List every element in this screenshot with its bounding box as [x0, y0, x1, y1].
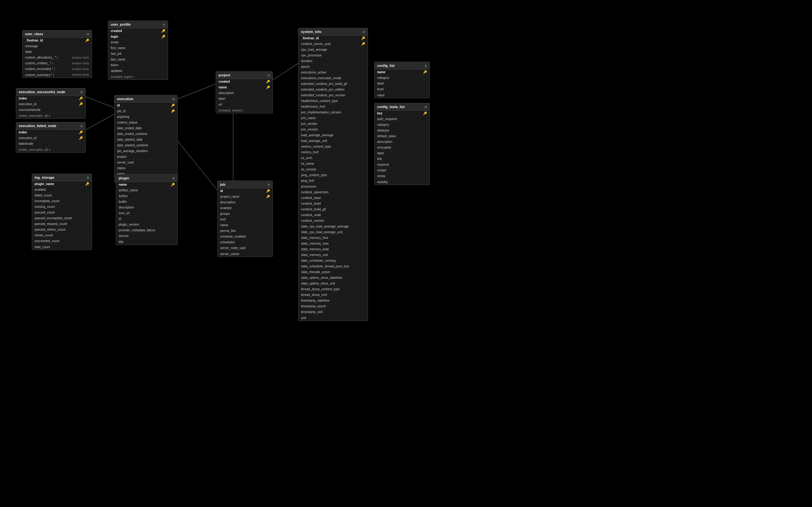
table-row: execution_id 🔑: [16, 135, 85, 141]
field-label: name: [377, 70, 422, 74]
table-row: rundeck_build_git: [299, 207, 368, 212]
field-label: job_id: [117, 109, 170, 113]
table-row: state: [22, 49, 92, 55]
table-row: metrics_href: [299, 150, 368, 155]
table-system-info: system_info ⊞ _fivetran_id 🔑 rundeck_ser…: [298, 28, 368, 321]
table-row: thread_dump_content_type: [299, 286, 368, 292]
table-row: message: [22, 43, 92, 49]
table-row: processors: [299, 184, 368, 189]
table-row: (created, login) ℹ: [108, 74, 168, 79]
table-execution: execution ⊞ id 🔑 job_id 🔑 argstring cust…: [114, 95, 177, 183]
field-label: value: [377, 94, 427, 97]
table-row: epoch: [299, 64, 368, 70]
table-row: queued_retries_count: [32, 227, 92, 233]
table-row: index 🔑: [16, 130, 85, 135]
table-row: description: [216, 90, 272, 96]
field-label: plugin_version: [119, 223, 175, 226]
table-row: first_name: [108, 45, 168, 51]
table-row: href: [217, 217, 272, 222]
table-system-info-header: system_info ⊞: [299, 28, 368, 36]
field-label: stats_memory_max: [301, 242, 365, 245]
table-row: load_average_unit: [299, 138, 368, 144]
table-row: id 🔑: [217, 188, 272, 194]
table-row: visibility: [374, 179, 429, 185]
field-label: thread_dump_content_type: [301, 287, 365, 291]
table-row: custom_allocations_.* ℹ Multiple fields: [22, 55, 92, 60]
field-label: stats_threads_active: [301, 270, 365, 274]
key-icon: 🔑: [266, 86, 270, 89]
fk-icon: 🔑: [266, 195, 270, 199]
field-label: processors: [301, 185, 365, 188]
field-label: index: [19, 97, 78, 100]
field-label: description: [218, 91, 270, 95]
table-row: enabled: [217, 205, 272, 211]
table-row: metrics_content_type: [299, 144, 368, 150]
field-label: extended_rundeck_pro_version: [301, 94, 365, 97]
table-execution-header: execution ⊞: [114, 95, 177, 103]
table-row: rundeck_apiversion: [299, 189, 368, 195]
table-row: default_value: [374, 133, 429, 139]
field-label: index: [19, 130, 78, 134]
key-icon: 🔑: [266, 80, 270, 83]
table-row: rundeck_server_uuid 🔑: [299, 41, 368, 47]
field-label: date_ended_unixtime: [117, 132, 175, 135]
table-row: token: [108, 62, 168, 68]
field-label: stats_uptime_since_unit: [301, 282, 365, 285]
field-label: healthcheck_href: [301, 105, 365, 108]
table-row: builtin: [116, 199, 177, 205]
field-label: queued_count: [35, 211, 89, 214]
table-row: cpu_processor: [299, 53, 368, 58]
table-row: failednode: [16, 141, 85, 147]
field-label: default_value: [377, 134, 427, 138]
key-icon: 🔑: [266, 189, 270, 193]
table-row: encrypted: [374, 145, 429, 151]
table-row: _fivetran_id 🔑: [22, 38, 92, 43]
table-row: category: [374, 122, 429, 128]
table-row: stats_uptime_since_unit: [299, 281, 368, 286]
field-label: incomplete_count: [35, 199, 89, 203]
table-row: server_uuid: [114, 160, 177, 165]
field-label: login: [111, 35, 160, 38]
field-label: description: [119, 206, 175, 209]
field-label: stats_cpu_load_average_unit: [301, 230, 365, 234]
table-row: groups: [217, 211, 272, 217]
field-label: label: [377, 82, 427, 85]
table-config-meta-list-title: config_meta_list: [377, 105, 405, 109]
field-label: jvm_vendor: [301, 122, 365, 125]
table-row: category: [374, 75, 429, 81]
table-row: project_name 🔑: [217, 194, 272, 200]
field-label: category: [377, 123, 427, 126]
field-label: title: [119, 240, 175, 244]
field-label: argstring: [117, 115, 175, 118]
table-row: scheduled: [217, 239, 272, 245]
field-label: custom_summary.* ℹ: [25, 73, 70, 77]
key-icon: 🔑: [85, 182, 89, 186]
field-label: href: [220, 218, 270, 221]
diagram-canvas: user_class ⊞ _fivetran_id 🔑 message stat…: [0, 0, 812, 507]
table-row: os_name: [299, 161, 368, 167]
table-execution-failed-node: execution_failed_node ⊞ index 🔑 executio…: [16, 122, 86, 153]
table-user-class: user_class ⊞ _fivetran_id 🔑 message stat…: [22, 30, 92, 78]
table-row: healthcheck_content_type: [299, 98, 368, 104]
table-execution-successful-node: execution_successful_node ⊞ index 🔑 exec…: [16, 88, 86, 119]
table-config-list-header: config_list ⊞: [374, 62, 429, 69]
field-label: queued_request_count: [35, 222, 89, 226]
field-label: rundeck_base: [301, 196, 365, 200]
field-label: jvm_implementation_version: [301, 111, 365, 114]
table-row: rundeck_base: [299, 195, 368, 201]
table-row: custom_summary.* ℹ Multiple fields: [22, 72, 92, 78]
table-row: stats_cpu_load_average_average: [299, 224, 368, 229]
table-row: custom_exceeded.* ℹ Multiple fields: [22, 66, 92, 72]
table-row: created 🔑: [216, 79, 272, 84]
field-label: timestamp_epoch: [301, 304, 365, 308]
field-label: cpu_processor: [301, 54, 365, 57]
table-icon: ⊞: [87, 176, 89, 179]
field-label: total_count: [35, 245, 89, 249]
field-label: ping_content_type: [301, 173, 365, 177]
table-row: jvm_version: [299, 127, 368, 132]
field-label: plugin_name: [35, 182, 84, 186]
table-row: name 🔑: [216, 84, 272, 90]
key-icon: 🔑: [423, 112, 427, 115]
field-label: category: [377, 76, 427, 79]
table-row: icon_url: [116, 210, 177, 216]
